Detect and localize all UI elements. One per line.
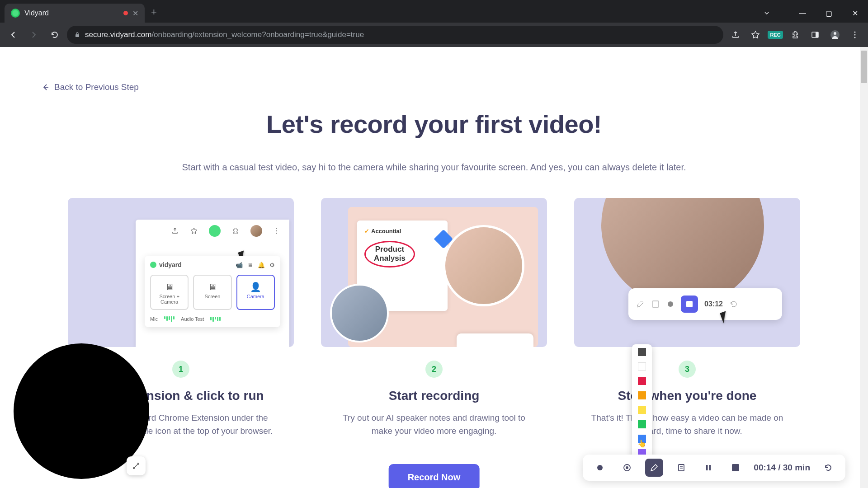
step-card-3: 03:12 3 Stop when you're done That's it!… bbox=[574, 198, 800, 438]
notes-icon bbox=[651, 300, 660, 309]
step-3-title: Stop when you're done bbox=[574, 389, 800, 403]
back-to-previous-link[interactable]: Back to Previous Step bbox=[41, 82, 139, 92]
photo-bubble bbox=[443, 225, 524, 306]
svg-point-11 bbox=[626, 466, 628, 469]
lock-icon bbox=[74, 32, 80, 38]
bookmark-button[interactable] bbox=[747, 26, 764, 43]
recording-dot-icon bbox=[123, 11, 128, 15]
step-number: 3 bbox=[679, 361, 696, 378]
url-domain: secure.vidyard.com bbox=[85, 30, 151, 39]
pause-icon bbox=[704, 464, 712, 472]
expand-camera-button[interactable] bbox=[127, 456, 146, 475]
address-bar: secure.vidyard.com/onboarding/extension_… bbox=[0, 23, 868, 47]
nav-back-button[interactable] bbox=[5, 26, 22, 43]
stop-button bbox=[681, 296, 698, 313]
menu-button[interactable] bbox=[846, 26, 863, 43]
color-swatch-orange[interactable] bbox=[638, 391, 646, 399]
pen-icon bbox=[650, 463, 659, 472]
recording-timer: 00:14 / 30 min bbox=[754, 463, 810, 473]
browser-tab-strip: Vidyard ✕ + — ▢ ✕ bbox=[0, 0, 868, 23]
kebab-icon: ⋮ bbox=[273, 226, 280, 235]
timer-label: 03:12 bbox=[704, 300, 723, 308]
pause-button[interactable] bbox=[699, 459, 717, 477]
browser-tab[interactable]: Vidyard ✕ bbox=[5, 4, 145, 23]
color-swatch-gray[interactable] bbox=[638, 348, 646, 356]
pip-bubble bbox=[330, 284, 389, 343]
svg-rect-13 bbox=[706, 465, 708, 470]
step-card-2: Accountial ProductAnalysis 2 Start recor… bbox=[321, 198, 547, 438]
color-picker: 👆 bbox=[632, 344, 652, 461]
step-3-desc: That's it! This is how easy a video can … bbox=[574, 411, 800, 438]
notes-button[interactable] bbox=[672, 459, 690, 477]
svg-point-6 bbox=[854, 34, 856, 36]
url-input[interactable]: secure.vidyard.com/onboarding/extension_… bbox=[67, 26, 723, 44]
svg-point-7 bbox=[854, 37, 856, 38]
step-2-desc: Try out our AI speaker notes and drawing… bbox=[321, 411, 547, 438]
scrollbar[interactable] bbox=[860, 47, 868, 488]
share-icon bbox=[171, 227, 179, 235]
nav-forward-button[interactable] bbox=[25, 26, 42, 43]
step-2-title: Start recording bbox=[321, 389, 547, 403]
share-button[interactable] bbox=[727, 26, 744, 43]
stop-icon bbox=[732, 464, 739, 471]
page-subtitle: Start with a casual test video, say hi t… bbox=[0, 162, 868, 173]
step-number: 2 bbox=[425, 361, 443, 378]
notes-icon bbox=[677, 463, 686, 472]
svg-rect-12 bbox=[679, 465, 684, 471]
svg-rect-0 bbox=[75, 34, 79, 37]
tab-title: Vidyard bbox=[24, 9, 49, 17]
record-dot-icon bbox=[666, 300, 675, 308]
record-now-button[interactable]: Record Now bbox=[389, 464, 480, 488]
record-button[interactable] bbox=[591, 459, 609, 477]
avatar-icon bbox=[250, 225, 262, 237]
tab-favicon bbox=[11, 9, 20, 18]
blur-button[interactable] bbox=[618, 459, 636, 477]
page-title: Let's record your first video! bbox=[0, 109, 868, 139]
back-link-label: Back to Previous Step bbox=[54, 82, 139, 92]
extension-popup: vidyard 📹🖥🔔⚙ 🖥Screen + Camera 🖥Screen 👤C… bbox=[145, 256, 280, 327]
restart-icon bbox=[823, 463, 833, 473]
recording-toolbar: 00:14 / 30 min bbox=[583, 455, 845, 481]
puzzle-icon bbox=[231, 227, 240, 235]
extensions-button[interactable] bbox=[787, 26, 804, 43]
cursor-pointer-icon: 👆 bbox=[637, 439, 646, 448]
tab-dropdown-button[interactable] bbox=[763, 9, 789, 17]
vidyard-ext-icon bbox=[209, 225, 221, 237]
svg-point-9 bbox=[668, 301, 673, 307]
close-window-button[interactable]: ✕ bbox=[842, 9, 868, 18]
extension-rec-badge[interactable]: REC bbox=[767, 26, 784, 43]
close-tab-button[interactable]: ✕ bbox=[132, 9, 138, 18]
profile-button[interactable] bbox=[826, 26, 844, 43]
sidepanel-button[interactable] bbox=[807, 26, 824, 43]
svg-rect-8 bbox=[653, 301, 658, 307]
maximize-button[interactable]: ▢ bbox=[816, 9, 842, 18]
color-swatch-red[interactable] bbox=[638, 377, 646, 385]
svg-rect-2 bbox=[816, 32, 818, 38]
color-swatch-white[interactable] bbox=[638, 362, 646, 371]
draw-button[interactable] bbox=[645, 459, 663, 477]
svg-rect-14 bbox=[709, 465, 711, 470]
step-2-thumbnail: Accountial ProductAnalysis bbox=[321, 198, 547, 347]
arrow-left-icon bbox=[41, 83, 50, 92]
svg-point-4 bbox=[834, 32, 836, 35]
minimize-button[interactable]: — bbox=[789, 9, 816, 17]
step-1-thumbnail: ⋮ vidyard 📹🖥🔔⚙ 🖥Screen + Camera 🖥Screen … bbox=[68, 198, 294, 347]
cursor-icon bbox=[722, 312, 728, 323]
restart-icon bbox=[729, 300, 738, 309]
restart-button[interactable] bbox=[819, 459, 837, 477]
blur-icon bbox=[622, 463, 632, 473]
svg-point-5 bbox=[854, 32, 856, 33]
page-content: Back to Previous Step Let's record your … bbox=[0, 47, 868, 488]
star-icon bbox=[190, 227, 198, 235]
new-tab-button[interactable]: + bbox=[151, 6, 157, 18]
window-controls: — ▢ ✕ bbox=[763, 4, 868, 23]
step-3-thumbnail: 03:12 bbox=[574, 198, 800, 347]
step-number: 1 bbox=[172, 361, 189, 378]
reload-button[interactable] bbox=[46, 26, 63, 43]
color-swatch-yellow[interactable] bbox=[638, 406, 646, 414]
url-path: /onboarding/extension_welcome?onboarding… bbox=[151, 30, 364, 39]
stop-button[interactable] bbox=[726, 459, 745, 477]
pen-icon bbox=[636, 300, 645, 309]
color-swatch-green[interactable] bbox=[638, 420, 646, 428]
expand-icon bbox=[132, 462, 140, 470]
